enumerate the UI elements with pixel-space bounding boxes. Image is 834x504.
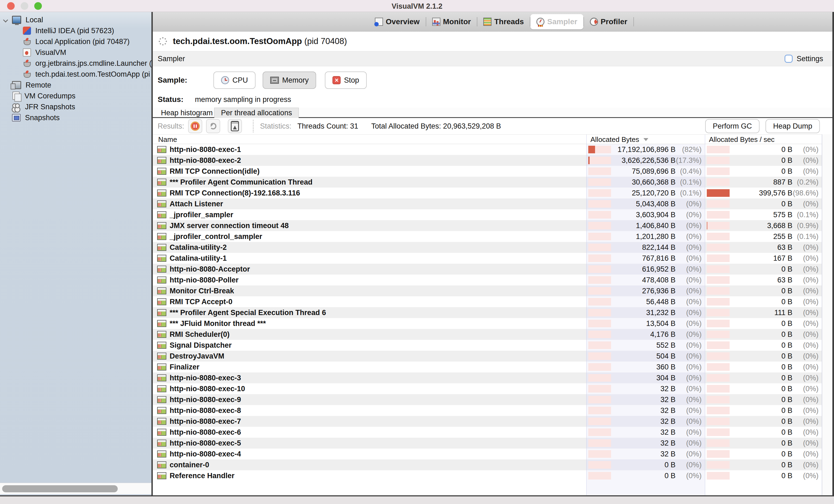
table-row[interactable]: http-nio-8080-exec-8 32 B (0%) 0 B (0%) [153, 405, 822, 416]
column-header-name[interactable]: Name [158, 135, 177, 144]
allocated-bytes-bar-track [588, 276, 611, 284]
column-header-allocated-bytes-sec[interactable]: Allocated Bytes / sec [705, 135, 822, 144]
perform-gc-button[interactable]: Perform GC [705, 119, 760, 133]
allocated-bytes-bar-track [588, 168, 611, 175]
table-row[interactable]: JMX server connection timeout 48 1,406,8… [153, 220, 822, 231]
tree-node-application[interactable]: Local Application (pid 70487) [0, 36, 151, 47]
sidebar-horizontal-scrollbar[interactable] [0, 483, 151, 494]
view-tab[interactable]: Threads [477, 14, 530, 29]
table-vertical-scrollbar[interactable] [822, 134, 832, 495]
view-tab[interactable]: Monitor [426, 14, 477, 29]
table-row[interactable]: Catalina-utility-1 767,816 B (0%) 167 B … [153, 253, 822, 264]
table-row[interactable]: container-0 0 B (0%) 0 B (0%) [153, 459, 822, 470]
allocated-bytes-sec-cell: 3,668 B (0.9%) [705, 220, 822, 231]
table-row[interactable]: *** JFluid Monitor thread *** 13,504 B (… [153, 318, 822, 329]
table-row[interactable]: http-nio-8080-exec-7 32 B (0%) 0 B (0%) [153, 416, 822, 427]
table-header: Name Allocated Bytes Allocated Bytes / s… [153, 134, 822, 144]
settings-checkbox[interactable] [785, 54, 793, 63]
chevron-down-icon[interactable] [3, 17, 8, 22]
allocated-bytes-value: 32 B [660, 439, 676, 447]
heap-dump-button[interactable]: Heap Dump [766, 119, 820, 133]
table-row[interactable]: RMI TCP Connection(idle) 75,089,696 B (0… [153, 166, 822, 177]
allocated-bytes-sec-cell: 0 B (0%) [705, 459, 822, 470]
column-header-allocated-bytes[interactable]: Allocated Bytes [586, 135, 705, 144]
table-row[interactable]: RMI TCP Connection(8)-192.168.3.116 25,1… [153, 188, 822, 198]
thread-name: *** Profiler Agent Communication Thread [170, 178, 313, 187]
snapshot-button[interactable] [228, 119, 242, 133]
table-row[interactable]: http-nio-8080-exec-6 32 B (0%) 0 B (0%) [153, 427, 822, 438]
cpu-button-label: CPU [233, 76, 248, 85]
table-row[interactable]: DestroyJavaVM 504 B (0%) 0 B (0%) [153, 351, 822, 361]
tree-node-application[interactable]: VisualVM [0, 47, 151, 58]
thread-name-cell: *** JFluid Monitor thread *** [153, 318, 586, 329]
tree-node-category[interactable]: Remote [0, 80, 151, 90]
table-row[interactable]: http-nio-8080-exec-5 32 B (0%) 0 B (0%) [153, 438, 822, 448]
pause-results-button[interactable] [188, 119, 202, 133]
table-empty-area [153, 481, 822, 495]
table-row[interactable]: _jprofiler_control_sampler 1,201,280 B (… [153, 231, 822, 242]
view-tab[interactable]: Profiler [584, 14, 633, 29]
table-row[interactable]: _jprofiler_sampler 3,603,904 B (0%) 575 … [153, 209, 822, 220]
refresh-results-button[interactable] [206, 119, 220, 133]
tab-heap-histogram[interactable]: Heap histogram [154, 108, 219, 118]
stop-sample-button[interactable]: × Stop [325, 71, 367, 89]
allocated-bytes-sec-value: 887 B [773, 178, 792, 187]
application-pid: (pid 70408) [302, 37, 347, 46]
table-row[interactable]: http-nio-8080-exec-3 304 B (0%) 0 B (0%) [153, 372, 822, 383]
tree-node-category[interactable]: Snapshots [0, 112, 151, 123]
thread-icon [157, 255, 167, 262]
tree-node-application[interactable]: tech.pdai.test.oom.TestOomApp (pi [0, 69, 151, 80]
allocated-bytes-value: 504 B [656, 352, 676, 360]
table-row[interactable]: Finalizer 360 B (0%) 0 B (0%) [153, 361, 822, 372]
allocated-bytes-bar-track [588, 461, 611, 469]
table-row[interactable]: http-nio-8080-Acceptor 616,952 B (0%) 0 … [153, 264, 822, 275]
table-row[interactable]: http-nio-8080-Poller 478,408 B (0%) 63 B… [153, 275, 822, 285]
tree-node-application[interactable]: IntelliJ IDEA (pid 57623) [0, 25, 151, 36]
settings-toggle[interactable]: Settings [785, 54, 823, 63]
tab-per-thread-allocations[interactable]: Per thread allocations [214, 108, 299, 118]
view-tab[interactable]: Overview [369, 14, 426, 29]
table-row[interactable]: RMI Scheduler(0) 4,176 B (0%) 0 B (0%) [153, 329, 822, 340]
table-row[interactable]: Signal Dispatcher 552 B (0%) 0 B (0%) [153, 340, 822, 351]
allocated-bytes-sec-percent: (0%) [792, 472, 822, 480]
view-tab[interactable]: Sampler [530, 14, 584, 29]
category-icon [12, 114, 21, 122]
table-row[interactable]: Monitor Ctrl-Break 276,936 B (0%) 0 B (0… [153, 285, 822, 296]
allocated-bytes-sec-value: 0 B [781, 407, 792, 415]
tree-node-local[interactable]: Local [0, 15, 151, 25]
tree-node-category[interactable]: JFR Snapshots [0, 102, 151, 112]
thread-name-cell: Signal Dispatcher [153, 340, 586, 351]
application-title: tech.pdai.test.oom.TestOomApp (pid 70408… [173, 37, 347, 46]
thread-icon [157, 244, 167, 251]
table-row[interactable]: http-nio-8080-exec-10 32 B (0%) 0 B (0%) [153, 383, 822, 394]
thread-icon [157, 451, 167, 458]
table-row[interactable]: *** Profiler Agent Special Execution Thr… [153, 307, 822, 318]
table-row[interactable]: Catalina-utility-2 822,144 B (0%) 63 B (… [153, 242, 822, 253]
thread-icon [157, 157, 167, 164]
allocated-bytes-value: 32 B [660, 417, 676, 426]
table-row[interactable]: RMI TCP Accept-0 56,448 B (0%) 0 B (0%) [153, 296, 822, 307]
allocated-bytes-value: 360 B [656, 363, 676, 371]
thread-icon [157, 298, 167, 305]
scrollbar-thumb[interactable] [2, 485, 118, 492]
allocated-bytes-percent: (0.1%) [676, 189, 705, 197]
allocated-bytes-sec-percent: (0.1%) [792, 211, 822, 219]
allocated-bytes-bar-track [588, 363, 611, 371]
table-row[interactable]: http-nio-8080-exec-2 3,626,226,536 B (17… [153, 155, 822, 166]
table-row[interactable]: *** Profiler Agent Communication Thread … [153, 177, 822, 188]
table-row[interactable]: Reference Handler 0 B (0%) 0 B (0%) [153, 470, 822, 481]
allocated-bytes-sec-percent: (0%) [792, 363, 822, 371]
allocated-bytes-sec-value: 0 B [781, 352, 792, 360]
table-row[interactable]: http-nio-8080-exec-1 17,192,106,896 B (8… [153, 144, 822, 155]
table-row[interactable]: http-nio-8080-exec-4 32 B (0%) 0 B (0%) [153, 448, 822, 459]
tree-node-application[interactable]: org.jetbrains.jps.cmdline.Launcher ( [0, 58, 151, 69]
cpu-sample-button[interactable]: CPU [213, 71, 256, 89]
tree-node-category[interactable]: VM Coredumps [0, 90, 151, 102]
allocated-bytes-percent: (0%) [676, 287, 705, 295]
table-row[interactable]: http-nio-8080-exec-9 32 B (0%) 0 B (0%) [153, 394, 822, 405]
allocated-sec-bar-track [707, 450, 730, 458]
allocated-bytes-sec-value: 0 B [781, 428, 792, 437]
memory-sample-button[interactable]: Memory [263, 71, 316, 89]
table-row[interactable]: Attach Listener 5,043,408 B (0%) 0 B (0%… [153, 198, 822, 209]
thread-icon [157, 353, 167, 360]
